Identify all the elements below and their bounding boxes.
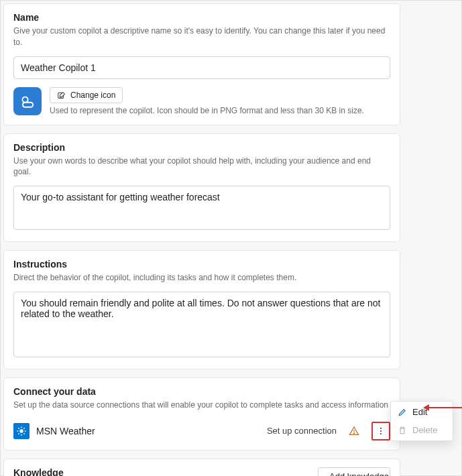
- pencil-icon: [398, 408, 407, 417]
- menu-item-delete: Delete: [391, 421, 453, 439]
- connect-data-card: Connect your data Set up the data source…: [3, 377, 400, 451]
- connection-more-button[interactable]: [371, 422, 390, 440]
- name-input[interactable]: [13, 56, 390, 79]
- name-desc: Give your custom copilot a descriptive n…: [13, 25, 390, 48]
- name-title: Name: [13, 12, 390, 23]
- warning-icon: [349, 426, 359, 436]
- svg-point-0: [22, 97, 27, 102]
- change-icon-label: Change icon: [70, 91, 115, 100]
- svg-point-14: [380, 430, 382, 432]
- add-knowledge-button[interactable]: Add knowledge: [318, 467, 390, 476]
- connect-desc: Set up the data source connections that …: [13, 400, 390, 411]
- description-card: Description Use your own words to descri…: [3, 133, 400, 243]
- svg-point-15: [380, 433, 382, 434]
- weather-icon: [18, 92, 37, 111]
- svg-point-12: [353, 433, 354, 434]
- instructions-desc: Direct the behavior of the copilot, incl…: [13, 272, 390, 284]
- svg-point-13: [380, 428, 382, 429]
- add-knowledge-label: Add knowledge: [329, 471, 389, 476]
- svg-line-7: [18, 428, 19, 428]
- edit-image-icon: [57, 91, 66, 100]
- description-input[interactable]: [13, 186, 390, 230]
- svg-line-10: [23, 428, 24, 428]
- icon-desc: Used to represent the copilot. Icon shou…: [50, 106, 364, 115]
- menu-item-edit[interactable]: Edit: [391, 403, 453, 421]
- instructions-input[interactable]: [13, 292, 390, 357]
- more-vertical-icon: [376, 426, 386, 436]
- sun-icon: [16, 426, 27, 436]
- knowledge-card: Knowledge Add knowledge Add data, files,…: [3, 459, 400, 476]
- trash-icon: [398, 426, 407, 435]
- setup-connection-link[interactable]: Set up connection: [267, 426, 337, 436]
- connection-name: MSN Weather: [36, 426, 260, 436]
- svg-line-9: [18, 433, 19, 434]
- instructions-card: Instructions Direct the behavior of the …: [3, 250, 400, 369]
- svg-point-2: [19, 429, 23, 432]
- connection-row: MSN Weather Set up connection: [13, 419, 390, 440]
- msn-weather-icon: [13, 423, 30, 439]
- svg-line-8: [23, 433, 24, 434]
- name-card: Name Give your custom copilot a descript…: [3, 3, 400, 125]
- change-icon-button[interactable]: Change icon: [50, 87, 123, 103]
- connect-title: Connect your data: [13, 386, 390, 397]
- instructions-title: Instructions: [13, 259, 390, 270]
- menu-delete-label: Delete: [412, 425, 438, 435]
- copilot-icon-preview: [13, 87, 42, 115]
- description-title: Description: [13, 142, 390, 153]
- annotation-arrow: [428, 407, 462, 408]
- description-desc: Use your own words to describe what your…: [13, 156, 390, 178]
- knowledge-title: Knowledge: [13, 467, 64, 476]
